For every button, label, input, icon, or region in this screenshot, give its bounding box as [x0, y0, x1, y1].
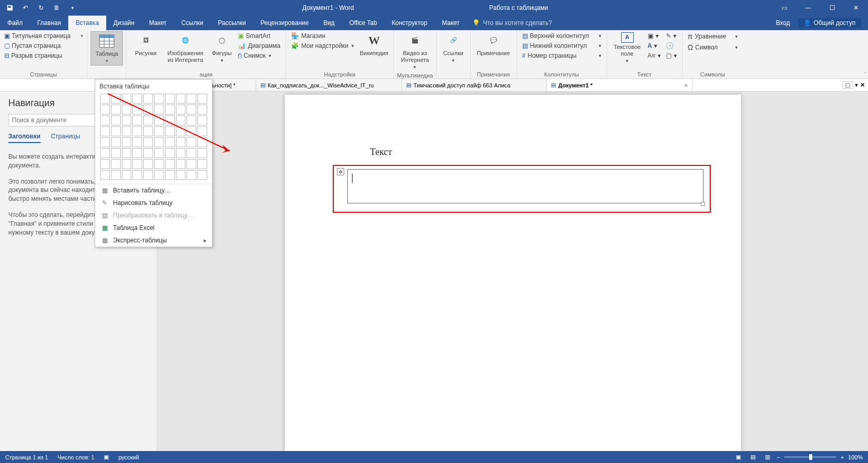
smartart-button[interactable]: ▣SmartArt — [236, 31, 282, 41]
tab-insert[interactable]: Вставка — [68, 16, 106, 30]
inserted-table[interactable] — [347, 169, 703, 203]
equation-button[interactable]: πУравнение▾ — [686, 31, 740, 42]
screenshot-button[interactable]: ⎙Снимок▾ — [236, 51, 282, 60]
tab-dropdown-icon[interactable]: ▾ — [855, 82, 858, 88]
ribbon-display-options-icon[interactable]: ▭ — [772, 0, 796, 16]
object-button[interactable]: ▢▾ — [664, 51, 679, 60]
print-layout-icon[interactable]: ▤ — [748, 453, 758, 461]
quickparts-button[interactable]: ▣▾ — [646, 31, 663, 41]
doc-tab-3[interactable]: ▤Тимчасовий доступ лайф 663 Алиса — [402, 79, 547, 91]
status-page[interactable]: Страница 1 из 1 — [5, 454, 48, 460]
table-size-grid[interactable] — [95, 93, 212, 184]
store-button[interactable]: 🏪Магазин — [289, 31, 357, 41]
doc-tab-3-label: Тимчасовий доступ лайф 663 Алиса — [413, 82, 510, 88]
tabs-close-icon[interactable]: ✕ — [860, 82, 865, 88]
tell-me-input[interactable] — [483, 19, 587, 27]
page-number-button[interactable]: #Номер страницы▾ — [520, 51, 603, 60]
wikipedia-icon: W — [366, 32, 382, 49]
wikipedia-button[interactable]: WВикипедия — [358, 31, 390, 58]
online-pictures-label: Изображения из Интернета — [166, 50, 205, 63]
table-move-handle-icon[interactable]: ✥ — [337, 168, 344, 175]
datetime-button[interactable]: 🕒 — [664, 41, 679, 50]
zoom-in-icon[interactable]: + — [840, 454, 844, 460]
redo-icon[interactable]: ↻ — [35, 2, 47, 14]
chart-button[interactable]: 📊Диаграмма — [236, 41, 282, 50]
shapes-button[interactable]: ◯Фигуры▾ — [209, 31, 235, 65]
page-break-button[interactable]: ⊟Разрыв страницы — [2, 51, 85, 60]
comment-label: Примечание — [477, 50, 510, 57]
status-wordcount[interactable]: Число слов: 1 — [57, 454, 94, 460]
my-addins-button[interactable]: 🧩Мои надстройки▾ — [289, 41, 357, 50]
addins-icon: 🧩 — [291, 42, 299, 49]
dropcap-button[interactable]: A≡▾ — [646, 51, 663, 60]
document-area[interactable]: Текст ✥ — [157, 92, 868, 451]
convert-icon: ▤ — [100, 212, 109, 219]
header-button[interactable]: ▤Верхний колонтитул▾ — [520, 31, 603, 41]
shapes-icon: ◯ — [213, 32, 230, 49]
read-mode-icon[interactable]: ▣ — [733, 453, 744, 461]
menu-quick-tables[interactable]: ▦Экспресс-таблицы▸ — [95, 234, 212, 247]
cover-page-button[interactable]: ▣Титульная страница▾ — [2, 31, 85, 41]
quick-icon: ▦ — [100, 237, 109, 244]
tab-close-icon[interactable]: × — [685, 82, 688, 88]
sign-in-link[interactable]: Вход — [776, 19, 790, 27]
word-icon: ▤ — [406, 82, 411, 88]
signature-button[interactable]: ✎▾ — [664, 31, 679, 41]
maximize-icon[interactable]: ☐ — [820, 0, 844, 16]
zoom-level[interactable]: 100% — [848, 454, 863, 460]
excel-icon: ▦ — [100, 224, 109, 231]
textbox-button[interactable]: AТекстовое поле▾ — [610, 31, 645, 65]
tab-view[interactable]: Вид — [316, 16, 342, 30]
tab-layout2[interactable]: Макет — [435, 16, 467, 30]
pictures-button[interactable]: 🖼Рисунки — [130, 31, 162, 58]
body-text[interactable]: Текст — [370, 147, 711, 158]
nav-tab-pages[interactable]: Страницы — [51, 133, 80, 143]
table-resize-handle-icon[interactable] — [701, 202, 705, 206]
status-language[interactable]: русский — [118, 454, 139, 460]
undo-icon[interactable]: ↶ — [20, 2, 31, 14]
tell-me[interactable]: 💡 — [467, 16, 776, 30]
minimize-icon[interactable]: — — [796, 0, 820, 16]
tab-mailings[interactable]: Рассылки — [210, 16, 253, 30]
menu-insert-table[interactable]: ▦Вставить таблицу… — [95, 184, 212, 197]
tab-constructor[interactable]: Конструктор — [384, 16, 434, 30]
tab-home[interactable]: Главная — [30, 16, 69, 30]
wordart-button[interactable]: A▾ — [646, 41, 663, 50]
zoom-slider[interactable] — [784, 456, 836, 458]
my-addins-label: Мои надстройки — [301, 42, 348, 49]
menu-draw-table[interactable]: ✎Нарисовать таблицу — [95, 197, 212, 209]
addins-group-label: Надстройки — [289, 70, 390, 79]
online-pictures-button[interactable]: 🌐Изображения из Интернета — [163, 31, 208, 65]
menu-excel-table[interactable]: ▦Таблица Excel — [95, 222, 212, 234]
menu-excel-table-label: Таблица Excel — [113, 224, 155, 231]
close-icon[interactable]: ✕ — [844, 0, 868, 16]
links-button[interactable]: 🔗Ссылки▾ — [440, 31, 467, 65]
blank-page-button[interactable]: ▢Пустая страница — [2, 41, 85, 50]
tab-file[interactable]: Файл — [0, 16, 30, 30]
table-button[interactable]: Таблица ▾ — [91, 31, 123, 66]
new-tab-icon[interactable]: ▢ — [842, 81, 853, 89]
collapse-ribbon-icon[interactable]: ˆ — [864, 72, 866, 78]
menu-quick-tables-label: Экспресс-таблицы — [113, 237, 167, 244]
preview-icon[interactable]: 🗎 — [51, 2, 62, 14]
save-icon[interactable] — [4, 2, 16, 14]
footer-button[interactable]: ▤Нижний колонтитул▾ — [520, 41, 603, 50]
tab-layout[interactable]: Макет — [142, 16, 174, 30]
tab-officetab[interactable]: Office Tab — [342, 16, 385, 30]
comment-button[interactable]: 💬Примечание — [474, 31, 513, 58]
textbox-label: Текстовое поле — [613, 44, 641, 57]
qat-more-icon[interactable]: ▾ — [67, 2, 78, 14]
tab-references[interactable]: Ссылки — [174, 16, 210, 30]
symbol-button[interactable]: ΩСимвол▾ — [686, 42, 740, 53]
online-video-button[interactable]: 🎬Видео из Интернета▾ — [397, 31, 433, 71]
doc-tab-4[interactable]: ▤Документ1 *× — [547, 79, 693, 91]
share-button[interactable]: 👤 Общий доступ — [798, 18, 861, 28]
web-layout-icon[interactable]: ▥ — [762, 453, 773, 461]
zoom-out-icon[interactable]: − — [777, 454, 780, 460]
tab-design[interactable]: Дизайн — [106, 16, 142, 30]
nav-tab-headings[interactable]: Заголовки — [8, 133, 41, 143]
tab-review[interactable]: Рецензирование — [253, 16, 316, 30]
textbox-icon: A — [621, 32, 634, 43]
status-proofing-icon[interactable]: ▣ — [104, 454, 109, 460]
doc-tab-2[interactable]: ▤Как_подписать_док..._WiseAdvice_IT_ru — [256, 79, 402, 91]
